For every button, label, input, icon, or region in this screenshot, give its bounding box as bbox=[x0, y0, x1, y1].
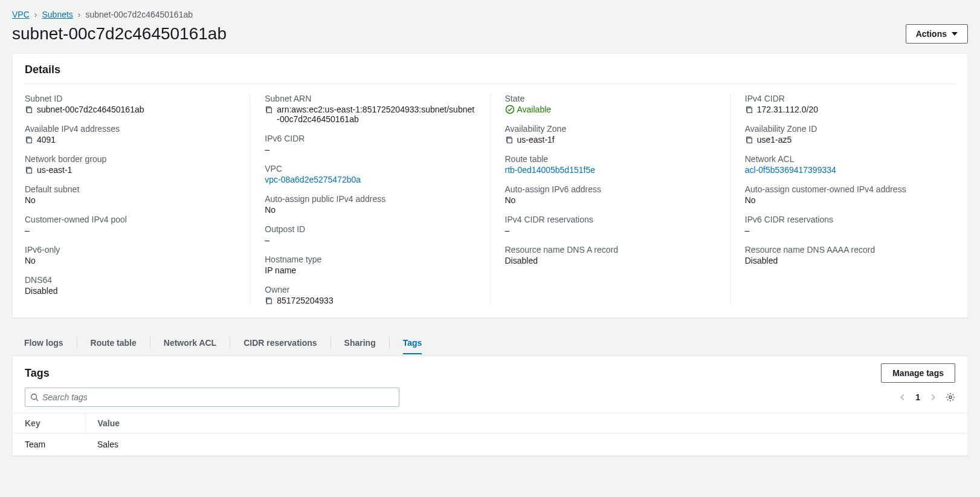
copy-icon[interactable] bbox=[745, 136, 753, 145]
dns64-label: DNS64 bbox=[25, 275, 235, 285]
auto-assign-ipv6-label: Auto-assign IPv6 address bbox=[505, 184, 715, 194]
svg-rect-6 bbox=[507, 138, 512, 143]
customer-owned-ipv4-pool-value: – bbox=[25, 226, 30, 235]
az-label: Availability Zone bbox=[505, 124, 715, 134]
tags-table: Key Value TeamSales bbox=[13, 413, 967, 455]
breadcrumb: VPC › Subnets › subnet-00c7d2c46450161ab bbox=[12, 10, 968, 19]
route-table-link[interactable]: rtb-0ed14005b5d151f5e bbox=[505, 165, 595, 175]
svg-rect-0 bbox=[27, 108, 32, 113]
network-border-group-label: Network border group bbox=[25, 154, 235, 164]
ipv6-cidr-reservations-value: – bbox=[745, 226, 750, 235]
subnet-id-value: subnet-00c7d2c46450161ab bbox=[37, 105, 144, 114]
details-title: Details bbox=[25, 63, 955, 76]
route-table-label: Route table bbox=[505, 154, 715, 164]
owner-value: 851725204933 bbox=[277, 296, 333, 305]
next-page-button[interactable] bbox=[929, 393, 937, 401]
copy-icon[interactable] bbox=[25, 106, 33, 114]
az-value: us-east-1f bbox=[517, 135, 555, 145]
network-acl-link[interactable]: acl-0f5b5369417399334 bbox=[745, 165, 836, 175]
tab-cidr-reservations[interactable]: CIDR reservations bbox=[243, 332, 317, 354]
tag-key: Team bbox=[13, 434, 85, 456]
actions-button[interactable]: Actions bbox=[906, 24, 968, 44]
breadcrumb-current: subnet-00c7d2c46450161ab bbox=[86, 10, 193, 19]
owner-label: Owner bbox=[265, 285, 475, 294]
ipv4-cidr-value: 172.31.112.0/20 bbox=[757, 105, 818, 114]
auto-assign-public-ipv4-value: No bbox=[265, 205, 276, 215]
copy-icon[interactable] bbox=[25, 136, 33, 145]
copy-icon[interactable] bbox=[265, 106, 273, 114]
resource-dns-a-label: Resource name DNS A record bbox=[505, 245, 715, 255]
copy-icon[interactable] bbox=[745, 106, 753, 114]
search-tags-input[interactable] bbox=[42, 392, 394, 402]
check-circle-icon bbox=[505, 105, 515, 114]
prev-page-button[interactable] bbox=[898, 393, 907, 401]
available-ipv4-label: Available IPv4 addresses bbox=[25, 124, 235, 134]
ipv6-cidr-value: – bbox=[265, 145, 269, 154]
network-acl-label: Network ACL bbox=[745, 154, 955, 164]
tag-value: Sales bbox=[85, 434, 967, 456]
resource-dns-aaaa-value: Disabled bbox=[745, 256, 778, 265]
tab-separator bbox=[230, 337, 230, 349]
tab-sharing[interactable]: Sharing bbox=[344, 332, 376, 354]
auto-assign-customer-ipv4-label: Auto-assign customer-owned IPv4 address bbox=[745, 184, 955, 194]
vpc-label: VPC bbox=[265, 164, 475, 174]
chevron-right-icon: › bbox=[78, 10, 81, 19]
copy-icon[interactable] bbox=[25, 166, 33, 175]
details-panel: Details Subnet ID subnet-00c7d2c46450161… bbox=[12, 53, 968, 318]
gear-icon[interactable] bbox=[946, 392, 955, 402]
auto-assign-customer-ipv4-value: No bbox=[745, 195, 756, 205]
hostname-type-value: IP name bbox=[265, 265, 296, 275]
copy-icon[interactable] bbox=[505, 136, 514, 145]
resource-dns-aaaa-label: Resource name DNS AAAA record bbox=[745, 245, 955, 255]
status-badge: Available bbox=[505, 105, 552, 114]
caret-down-icon bbox=[952, 32, 958, 36]
tabs: Flow logs Route table Network ACL CIDR r… bbox=[12, 330, 968, 356]
az-id-label: Availability Zone ID bbox=[745, 124, 955, 134]
tab-route-table[interactable]: Route table bbox=[91, 332, 137, 354]
subnet-id-label: Subnet ID bbox=[25, 94, 235, 103]
tags-col-value[interactable]: Value bbox=[85, 414, 967, 434]
ipv4-cidr-label: IPv4 CIDR bbox=[745, 94, 955, 103]
svg-rect-7 bbox=[747, 108, 752, 113]
svg-rect-3 bbox=[267, 108, 272, 113]
tab-flow-logs[interactable]: Flow logs bbox=[24, 332, 63, 354]
copy-icon[interactable] bbox=[265, 297, 273, 305]
svg-line-10 bbox=[36, 399, 39, 401]
pagination: 1 bbox=[898, 392, 955, 402]
auto-assign-ipv6-value: No bbox=[505, 195, 516, 205]
actions-button-label: Actions bbox=[916, 29, 947, 39]
svg-rect-1 bbox=[27, 138, 32, 143]
tab-network-acl[interactable]: Network ACL bbox=[164, 332, 216, 354]
table-row: TeamSales bbox=[13, 434, 967, 456]
breadcrumb-vpc-link[interactable]: VPC bbox=[12, 10, 30, 19]
network-border-group-value: us-east-1 bbox=[37, 165, 72, 175]
tab-separator bbox=[77, 337, 77, 349]
subnet-arn-label: Subnet ARN bbox=[265, 94, 475, 103]
tags-col-key[interactable]: Key bbox=[13, 414, 85, 434]
svg-rect-8 bbox=[747, 138, 752, 143]
resource-dns-a-value: Disabled bbox=[505, 256, 538, 265]
svg-rect-4 bbox=[267, 299, 272, 304]
hostname-type-label: Hostname type bbox=[265, 255, 475, 264]
outpost-id-label: Outpost ID bbox=[265, 224, 475, 234]
ipv4-cidr-reservations-label: IPv4 CIDR reservations bbox=[505, 215, 715, 224]
customer-owned-ipv4-pool-label: Customer-owned IPv4 pool bbox=[25, 215, 235, 224]
outpost-id-value: – bbox=[265, 235, 269, 245]
ipv6-cidr-label: IPv6 CIDR bbox=[265, 134, 475, 143]
tab-tags[interactable]: Tags bbox=[403, 332, 422, 354]
manage-tags-button[interactable]: Manage tags bbox=[881, 363, 955, 383]
default-subnet-value: No bbox=[25, 195, 36, 205]
search-tags-wrapper[interactable] bbox=[25, 388, 399, 407]
svg-point-9 bbox=[31, 394, 37, 400]
vpc-link[interactable]: vpc-08a6d2e5275472b0a bbox=[265, 175, 361, 184]
default-subnet-label: Default subnet bbox=[25, 184, 235, 194]
tags-title: Tags bbox=[25, 367, 50, 380]
state-value: Available bbox=[517, 105, 552, 114]
ipv6-only-value: No bbox=[25, 256, 36, 265]
ipv6-cidr-reservations-label: IPv6 CIDR reservations bbox=[745, 215, 955, 224]
search-icon bbox=[30, 393, 39, 401]
az-id-value: use1-az5 bbox=[757, 135, 792, 145]
breadcrumb-subnets-link[interactable]: Subnets bbox=[42, 10, 73, 19]
tags-panel: Tags Manage tags 1 Key Value TeamSa bbox=[12, 356, 968, 456]
available-ipv4-value: 4091 bbox=[37, 135, 56, 145]
